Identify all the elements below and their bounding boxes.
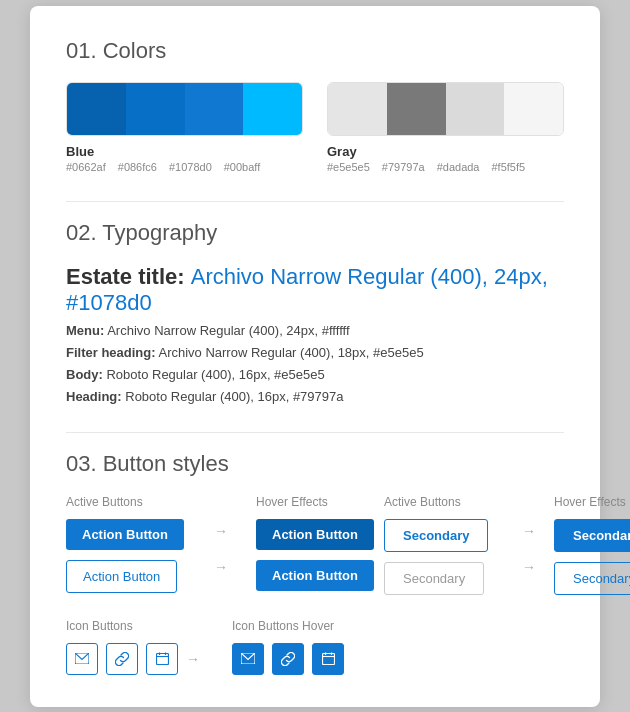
secondary-active-label: Active Buttons (384, 495, 504, 509)
gray-hex-2: #79797a (382, 161, 425, 173)
icon-link-button[interactable] (106, 643, 138, 675)
gray-swatch-1 (328, 83, 387, 135)
typo-items: Estate title: Archivo Narrow Regular (40… (66, 264, 564, 404)
gray-swatch-4 (504, 83, 563, 135)
gray-hex-4: #f5f5f5 (491, 161, 525, 173)
secondary-active-col: Active Buttons Secondary Secondary (384, 495, 504, 605)
blue-hex-2: #086fc6 (118, 161, 157, 173)
primary-hover-row-2: Action Button (256, 560, 376, 591)
blue-hex-4: #00baff (224, 161, 261, 173)
primary-hover-button-1[interactable]: Action Button (256, 519, 374, 550)
secondary-active-row-2: Secondary (384, 562, 504, 595)
arrow-icon-1: → (214, 523, 228, 539)
primary-active-col: Active Buttons Action Button Action Butt… (66, 495, 186, 605)
icon-email-hover-button[interactable] (232, 643, 264, 675)
calendar-hover-icon (322, 652, 335, 665)
primary-active-row-1: Action Button (66, 519, 186, 550)
secondary-hover-label: Hover Effects (554, 495, 630, 509)
secondary-hover-col: Hover Effects Secondary Secondary (554, 495, 630, 605)
email-icon (75, 653, 89, 664)
primary-action-button-1[interactable]: Action Button (66, 519, 184, 550)
colors-title: 01. Colors (66, 38, 564, 64)
primary-active-row-2: Action Button (66, 560, 186, 593)
blue-hex-1: #0662af (66, 161, 106, 173)
colors-section: 01. Colors Blue #0662af #086fc6 #1078d0 … (66, 38, 564, 173)
secondary-hover-button-1[interactable]: Secondary (554, 519, 630, 552)
icon-link-hover-button[interactable] (272, 643, 304, 675)
style-guide-card: 01. Colors Blue #0662af #086fc6 #1078d0 … (30, 6, 600, 707)
blue-color-group: Blue #0662af #086fc6 #1078d0 #00baff (66, 82, 303, 173)
typo-filter: Filter heading: Archivo Narrow Regular (… (66, 345, 564, 360)
gray-label: Gray (327, 144, 564, 159)
primary-arrows: → → (214, 495, 228, 605)
icon-buttons-hover-group: Icon Buttons Hover (232, 619, 344, 675)
buttons-title: 03. Button styles (66, 451, 564, 477)
icon-calendar-button[interactable] (146, 643, 178, 675)
blue-hex-3: #1078d0 (169, 161, 212, 173)
blue-swatch-2 (126, 83, 185, 135)
primary-hover-button-2[interactable]: Action Button (256, 560, 374, 591)
typography-section: 02. Typography Estate title: Archivo Nar… (66, 220, 564, 404)
svg-rect-6 (322, 654, 334, 665)
secondary-active-button-1[interactable]: Secondary (384, 519, 488, 552)
icon-btn-hover-row (232, 643, 344, 675)
secondary-active-row-1: Secondary (384, 519, 504, 552)
icon-hover-label: Icon Buttons Hover (232, 619, 344, 633)
link-hover-icon (281, 652, 295, 666)
gray-hex-3: #dadada (437, 161, 480, 173)
blue-label: Blue (66, 144, 303, 159)
secondary-active-button-2[interactable]: Secondary (384, 562, 484, 595)
gray-swatch-3 (446, 83, 505, 135)
typo-heading: Heading: Roboto Regular (400), 16px, #79… (66, 389, 564, 404)
blue-swatch-3 (185, 83, 244, 135)
buttons-section: 03. Button styles Active Buttons Action … (66, 451, 564, 675)
primary-hover-row-1: Action Button (256, 519, 376, 550)
arrow-icon-4: → (522, 559, 536, 575)
icon-buttons-group: Icon Buttons → (66, 619, 200, 675)
blue-swatch-4 (243, 83, 302, 135)
gray-hex-1: #e5e5e5 (327, 161, 370, 173)
typo-estate-title: Estate title: Archivo Narrow Regular (40… (66, 264, 564, 316)
secondary-hover-button-2[interactable]: Secondary (554, 562, 630, 595)
secondary-hover-row-2: Secondary (554, 562, 630, 595)
icon-calendar-hover-button[interactable] (312, 643, 344, 675)
typo-body: Body: Roboto Regular (400), 16px, #e5e5e… (66, 367, 564, 382)
gray-swatch-2 (387, 83, 446, 135)
blue-swatch-1 (67, 83, 126, 135)
icon-section: Icon Buttons → Icon Buttons Hover (66, 619, 564, 675)
gray-hex-row: #e5e5e5 #79797a #dadada #f5f5f5 (327, 161, 564, 173)
email-hover-icon (241, 653, 255, 664)
gray-swatches (327, 82, 564, 136)
arrow-icon-2: → (214, 559, 228, 575)
primary-hover-col: Hover Effects Action Button Action Butto… (256, 495, 376, 605)
icon-btn-row: → (66, 643, 200, 675)
color-groups: Blue #0662af #086fc6 #1078d0 #00baff Gra… (66, 82, 564, 173)
primary-action-button-2[interactable]: Action Button (66, 560, 177, 593)
icon-email-button[interactable] (66, 643, 98, 675)
primary-active-label: Active Buttons (66, 495, 186, 509)
svg-rect-1 (156, 654, 168, 665)
secondary-arrows: → → (522, 495, 536, 605)
secondary-hover-row-1: Secondary (554, 519, 630, 552)
arrow-icon-5: → (186, 651, 200, 667)
gray-color-group: Gray #e5e5e5 #79797a #dadada #f5f5f5 (327, 82, 564, 173)
primary-hover-label: Hover Effects (256, 495, 376, 509)
link-icon (115, 652, 129, 666)
typography-title: 02. Typography (66, 220, 564, 246)
blue-hex-row: #0662af #086fc6 #1078d0 #00baff (66, 161, 303, 173)
typo-menu: Menu: Archivo Narrow Regular (400), 24px… (66, 323, 564, 338)
icon-buttons-label: Icon Buttons (66, 619, 200, 633)
arrow-icon-3: → (522, 523, 536, 539)
blue-swatches (66, 82, 303, 136)
calendar-icon (156, 652, 169, 665)
